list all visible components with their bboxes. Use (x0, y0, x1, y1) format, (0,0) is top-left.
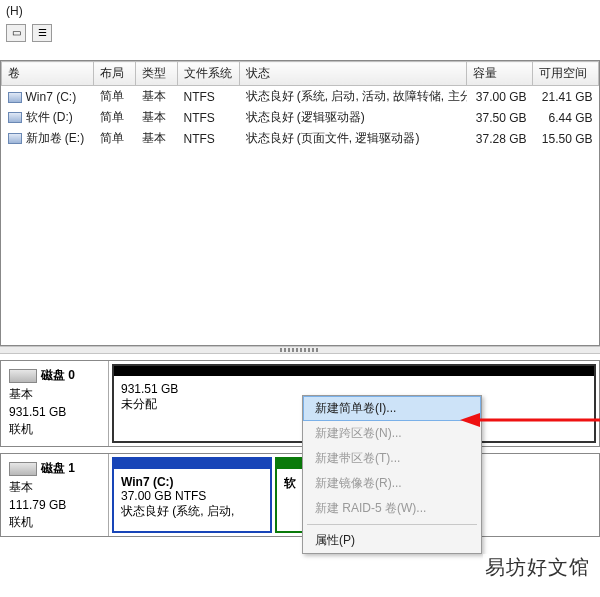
drive-icon (8, 133, 22, 144)
col-fs[interactable]: 文件系统 (178, 62, 240, 86)
menu-properties[interactable]: 属性(P) (303, 528, 481, 553)
disk-1-row: 磁盘 1 基本 111.79 GB 联机 Win7 (C:) 37.00 GB … (0, 453, 600, 537)
context-menu: 新建简单卷(I)... 新建跨区卷(N)... 新建带区卷(T)... 新建镜像… (302, 395, 482, 554)
disk-state: 联机 (9, 514, 100, 531)
volume-list[interactable]: 卷 布局 类型 文件系统 状态 容量 可用空间 Win7 (C:) 简单基本NT… (0, 60, 600, 346)
svg-marker-1 (460, 413, 480, 427)
toolbar-btn-1[interactable]: ▭ (6, 24, 26, 42)
drive-header: (H) (6, 4, 594, 18)
drive-icon (8, 112, 22, 123)
col-layout[interactable]: 布局 (94, 62, 136, 86)
table-row[interactable]: Win7 (C:) 简单基本NTFS 状态良好 (系统, 启动, 活动, 故障转… (2, 86, 599, 108)
table-row[interactable]: 新加卷 (E:) 简单基本NTFS 状态良好 (页面文件, 逻辑驱动器)37.2… (2, 128, 599, 149)
disk-type: 基本 (9, 386, 100, 403)
menu-separator (307, 524, 477, 525)
col-type[interactable]: 类型 (136, 62, 178, 86)
menu-new-spanned-volume: 新建跨区卷(N)... (303, 421, 481, 446)
watermark: 易坊好文馆 (483, 554, 592, 581)
disk-0-row: 磁盘 0 基本 931.51 GB 联机 931.51 GB 未分配 (0, 360, 600, 447)
disk-title: 磁盘 1 (41, 461, 75, 475)
disk-size: 931.51 GB (9, 405, 100, 419)
col-volume[interactable]: 卷 (2, 62, 94, 86)
disk-icon (9, 462, 37, 476)
annotation-arrow-icon (460, 410, 600, 430)
toolbar: ▭ ☰ (6, 24, 594, 42)
col-status[interactable]: 状态 (240, 62, 467, 86)
col-free[interactable]: 可用空间 (533, 62, 599, 86)
menu-new-simple-volume[interactable]: 新建简单卷(I)... (303, 396, 481, 421)
disk-type: 基本 (9, 479, 100, 496)
menu-new-raid5-volume: 新建 RAID-5 卷(W)... (303, 496, 481, 521)
splitter[interactable] (0, 346, 600, 354)
disk-state: 联机 (9, 421, 100, 438)
partition-d[interactable]: 软 (275, 457, 305, 533)
disk-title: 磁盘 0 (41, 368, 75, 382)
disk-icon (9, 369, 37, 383)
menu-new-striped-volume: 新建带区卷(T)... (303, 446, 481, 471)
menu-new-mirror-volume: 新建镜像卷(R)... (303, 471, 481, 496)
drive-icon (8, 92, 22, 103)
toolbar-btn-2[interactable]: ☰ (32, 24, 52, 42)
disk-size: 111.79 GB (9, 498, 100, 512)
col-capacity[interactable]: 容量 (467, 62, 533, 86)
table-row[interactable]: 软件 (D:) 简单基本NTFS 状态良好 (逻辑驱动器)37.50 GB6.4… (2, 107, 599, 128)
partition-c[interactable]: Win7 (C:) 37.00 GB NTFS 状态良好 (系统, 启动, (112, 457, 272, 533)
